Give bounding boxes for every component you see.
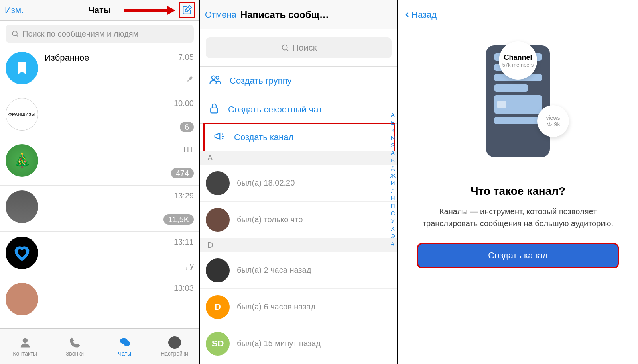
header: Отмена Написать сообщ… <box>200 0 397 29</box>
section-header: D <box>200 238 397 252</box>
create-channel-button[interactable]: Создать канал <box>417 243 619 268</box>
contact-row[interactable]: SDбыл(а) 15 минут назад <box>200 325 397 362</box>
avatar: ФРАНШИЗЫ <box>6 98 38 131</box>
contact-row[interactable]: был(а) только что <box>200 202 397 238</box>
group-icon <box>208 74 222 88</box>
tab-phone[interactable]: Звонки <box>50 329 100 364</box>
header-title: Написать сообщ… <box>240 9 329 20</box>
avatar-icon <box>168 336 181 349</box>
search-placeholder: Поиск <box>293 43 317 53</box>
chat-icon <box>118 336 131 349</box>
section-header: A <box>200 151 397 165</box>
chat-time: 7.05 <box>178 53 194 62</box>
contact-status: был(а) 2 часа назад <box>237 266 311 275</box>
pin-icon <box>185 75 194 86</box>
avatar <box>6 190 38 223</box>
svg-point-7 <box>282 45 287 50</box>
tab-avatar[interactable]: Настройки <box>150 329 199 364</box>
contact-status: был(а) 15 минут назад <box>237 339 321 348</box>
chats-screen: Изм. Чаты Поиск по сообщениям и людям Из… <box>0 0 200 364</box>
new-message-screen: Отмена Написать сообщ… Поиск Создать гру… <box>200 0 398 364</box>
cancel-button[interactable]: Отмена <box>205 10 236 20</box>
svg-rect-11 <box>211 108 218 113</box>
action-group[interactable]: Создать группу <box>200 67 397 95</box>
search-placeholder: Поиск по сообщениям и людям <box>22 29 138 39</box>
svg-point-6 <box>123 341 130 346</box>
chat-time: 13:29 <box>174 191 194 200</box>
svg-point-9 <box>212 76 215 79</box>
chat-time: 13:11 <box>174 237 194 247</box>
chat-time: ПТ <box>183 145 194 154</box>
phone-icon <box>69 336 81 349</box>
svg-point-2 <box>12 31 17 36</box>
chat-time: 13:03 <box>174 284 194 293</box>
contact-status: был(а) только что <box>237 215 303 224</box>
action-list: Создать группуСоздать секретный чатСозда… <box>200 66 397 151</box>
chat-row[interactable]: ФРАНШИЗЫ10:006 <box>0 93 199 139</box>
avatar <box>6 283 38 315</box>
channel-bubble: Channel 57k members <box>499 41 537 80</box>
avatar <box>6 144 38 177</box>
tab-bar: КонтактыЗвонкиЧатыНастройки <box>0 328 199 364</box>
header: Изм. Чаты <box>0 0 199 21</box>
action-lock[interactable]: Создать секретный чат <box>200 95 397 124</box>
chat-row[interactable]: 13:2911,5K <box>0 186 199 232</box>
contact-status: был(а) 18.02.20 <box>237 178 295 188</box>
chat-row[interactable]: 13:11, у <box>0 232 199 278</box>
intro-body: Каналы — инструмент, который позволяет т… <box>398 205 638 229</box>
search-input[interactable]: Поиск <box>206 37 392 58</box>
contact-row[interactable]: был(а) 18.02.20 <box>200 165 397 202</box>
edit-button[interactable]: Изм. <box>5 5 24 16</box>
avatar <box>206 208 230 232</box>
channel-intro-screen: Назад Channel 57k members views 9k Что т… <box>398 0 638 364</box>
search-input[interactable]: Поиск по сообщениям и людям <box>6 25 194 43</box>
chevron-left-icon <box>403 9 412 20</box>
svg-marker-1 <box>167 6 175 15</box>
header-title: Чаты <box>88 5 111 16</box>
avatar <box>206 171 230 195</box>
index-bar[interactable]: АЕКNSАВДЖИЛНПСУХЭ# <box>390 112 396 247</box>
compose-button[interactable] <box>179 2 195 18</box>
chat-time: 10:00 <box>174 99 194 108</box>
unread-badge: 6 <box>180 122 194 132</box>
views-bubble: views 9k <box>537 105 569 137</box>
compose-icon <box>182 5 192 15</box>
avatar <box>206 258 230 282</box>
unread-badge: 474 <box>171 168 194 178</box>
svg-line-8 <box>286 49 288 51</box>
contact-list: Aбыл(а) 18.02.20был(а) только чтоDбыл(а)… <box>200 151 397 362</box>
svg-point-10 <box>216 76 219 79</box>
avatar: SD <box>206 332 230 356</box>
svg-point-4 <box>22 338 28 343</box>
channel-illustration: Channel 57k members views 9k <box>474 45 562 157</box>
back-button[interactable]: Назад <box>403 9 437 20</box>
tab-chat[interactable]: Чаты <box>100 329 150 364</box>
avatar <box>6 52 38 84</box>
action-megaphone[interactable]: Создать канал <box>203 123 395 152</box>
contact-status: был(а) 6 часов назад <box>237 302 315 311</box>
tab-person[interactable]: Контакты <box>0 329 50 364</box>
chat-row[interactable]: Избранное7.05 <box>0 47 199 93</box>
header: Назад <box>398 0 638 29</box>
avatar: D <box>206 295 230 319</box>
chat-list: Избранное7.05ФРАНШИЗЫ10:006ПТ47413:2911,… <box>0 47 199 328</box>
unread-badge: 11,5K <box>163 214 194 225</box>
chat-name: Избранное <box>45 53 194 63</box>
contact-row[interactable]: был(а) 2 часа назад <box>200 252 397 289</box>
contact-row[interactable]: Dбыл(а) 6 часов назад <box>200 289 397 325</box>
avatar <box>6 237 38 269</box>
search-icon <box>281 43 289 52</box>
eye-icon <box>546 122 553 127</box>
lock-icon <box>208 102 220 117</box>
annotation-arrow <box>124 5 175 16</box>
chat-row[interactable]: 13:03 <box>0 278 199 324</box>
svg-line-3 <box>16 35 18 37</box>
megaphone-icon <box>213 130 226 145</box>
intro-heading: Что такое канал? <box>406 185 630 198</box>
svg-point-12 <box>549 124 550 125</box>
chat-row[interactable]: ПТ474 <box>0 139 199 186</box>
search-icon <box>11 30 19 38</box>
person-icon <box>19 336 32 349</box>
